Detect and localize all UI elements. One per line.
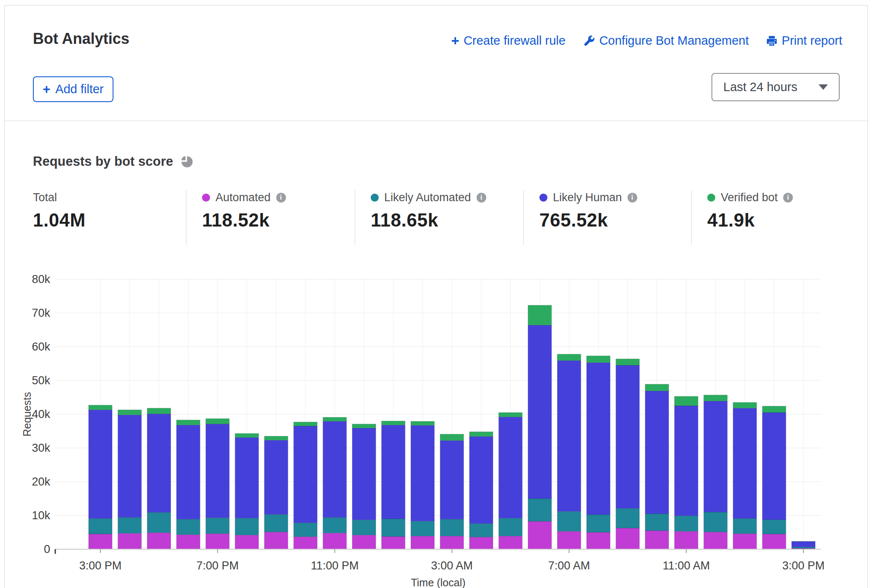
bar-segment[interactable] <box>147 408 171 414</box>
bar-segment[interactable] <box>206 418 229 424</box>
bar-segment[interactable] <box>704 395 728 401</box>
bar-segment[interactable] <box>498 518 522 536</box>
bar-segment[interactable] <box>469 523 493 537</box>
bar-segment[interactable] <box>89 518 112 534</box>
bar-segment[interactable] <box>352 424 376 428</box>
bar-segment[interactable] <box>704 401 728 512</box>
bar-segment[interactable] <box>557 511 581 531</box>
bar-segment[interactable] <box>674 516 698 531</box>
bar-segment[interactable] <box>469 537 493 549</box>
bar-segment[interactable] <box>176 425 200 519</box>
bar-segment[interactable] <box>498 417 522 518</box>
bar-segment[interactable] <box>763 520 786 534</box>
bar-segment[interactable] <box>118 533 141 549</box>
bar-segment[interactable] <box>733 408 757 519</box>
bar-segment[interactable] <box>382 519 405 537</box>
bar-segment[interactable] <box>528 499 552 521</box>
bar-segment[interactable] <box>411 421 434 426</box>
bar-segment[interactable] <box>557 361 581 512</box>
bar-segment[interactable] <box>411 521 434 536</box>
bar-segment[interactable] <box>323 417 347 421</box>
bar-segment[interactable] <box>733 402 757 408</box>
bar-segment[interactable] <box>118 518 141 534</box>
bar-segment[interactable] <box>294 537 317 549</box>
bar-segment[interactable] <box>411 536 434 549</box>
bar-segment[interactable] <box>382 537 405 549</box>
bar-segment[interactable] <box>294 523 317 537</box>
bar-segment[interactable] <box>264 532 288 549</box>
bar-segment[interactable] <box>89 534 112 549</box>
bar-segment[interactable] <box>469 432 493 437</box>
bar-segment[interactable] <box>616 359 639 365</box>
bar-segment[interactable] <box>206 424 229 518</box>
bar-segment[interactable] <box>587 356 610 363</box>
bar-segment[interactable] <box>674 406 698 516</box>
bar-segment[interactable] <box>674 396 698 406</box>
bar-segment[interactable] <box>323 518 347 533</box>
bar-segment[interactable] <box>616 508 639 528</box>
bar-segment[interactable] <box>176 519 200 535</box>
bar-segment[interactable] <box>587 515 610 532</box>
bar-segment[interactable] <box>235 434 259 438</box>
bar-segment[interactable] <box>557 354 581 361</box>
bar-segment[interactable] <box>89 405 112 410</box>
bar-segment[interactable] <box>674 531 698 549</box>
bar-segment[interactable] <box>382 421 405 425</box>
bar-segment[interactable] <box>733 518 757 534</box>
bar-segment[interactable] <box>440 536 464 549</box>
bar-segment[interactable] <box>323 421 347 518</box>
bar-segment[interactable] <box>645 514 669 531</box>
bar-segment[interactable] <box>587 363 610 515</box>
bar-segment[interactable] <box>440 440 464 519</box>
bar-segment[interactable] <box>616 365 639 508</box>
bar-segment[interactable] <box>704 532 728 549</box>
bar-segment[interactable] <box>763 413 786 520</box>
bar-segment[interactable] <box>206 518 229 534</box>
bar-segment[interactable] <box>118 410 141 415</box>
bar-segment[interactable] <box>440 434 464 440</box>
bar-segment[interactable] <box>645 391 669 514</box>
bar-segment[interactable] <box>792 542 815 547</box>
bar-segment[interactable] <box>616 528 639 549</box>
y-axis-title: Requests <box>21 392 33 437</box>
bar-segment[interactable] <box>176 535 200 549</box>
bar-segment[interactable] <box>645 531 669 549</box>
bar-segment[interactable] <box>528 521 552 549</box>
bar-segment[interactable] <box>235 518 259 535</box>
bar-segment[interactable] <box>587 532 610 549</box>
bar-segment[interactable] <box>147 533 171 549</box>
y-tick-label: 40k <box>32 408 50 421</box>
bar-segment[interactable] <box>411 425 434 521</box>
bar-segment[interactable] <box>763 406 786 413</box>
bar-segment[interactable] <box>323 533 347 549</box>
bar-segment[interactable] <box>469 437 493 523</box>
bar-segment[interactable] <box>352 520 376 535</box>
bar-segment[interactable] <box>733 534 757 549</box>
bar-segment[interactable] <box>176 420 200 425</box>
bar-segment[interactable] <box>294 426 317 523</box>
bar-segment[interactable] <box>235 535 259 549</box>
bar-segment[interactable] <box>352 428 376 520</box>
bar-segment[interactable] <box>352 535 376 549</box>
bar-segment[interactable] <box>264 515 288 532</box>
bar-segment[interactable] <box>528 305 552 325</box>
bar-segment[interactable] <box>528 325 552 499</box>
bar-segment[interactable] <box>557 531 581 549</box>
bar-segment[interactable] <box>763 534 786 549</box>
bar-segment[interactable] <box>206 534 229 549</box>
bar-segment[interactable] <box>645 384 669 391</box>
bar-segment[interactable] <box>264 440 288 515</box>
bar-segment[interactable] <box>235 437 259 518</box>
bar-segment[interactable] <box>118 415 141 518</box>
bar-segment[interactable] <box>147 512 171 533</box>
bar-segment[interactable] <box>382 425 405 519</box>
bar-segment[interactable] <box>89 410 112 519</box>
bar-segment[interactable] <box>440 519 464 536</box>
bar-segment[interactable] <box>294 422 317 426</box>
bar-segment[interactable] <box>147 414 171 512</box>
bot-analytics-card: Bot Analytics + Create firewall rule Con… <box>4 5 868 588</box>
bar-segment[interactable] <box>498 536 522 549</box>
bar-segment[interactable] <box>498 413 522 417</box>
bar-segment[interactable] <box>704 512 728 532</box>
bar-segment[interactable] <box>264 436 288 440</box>
